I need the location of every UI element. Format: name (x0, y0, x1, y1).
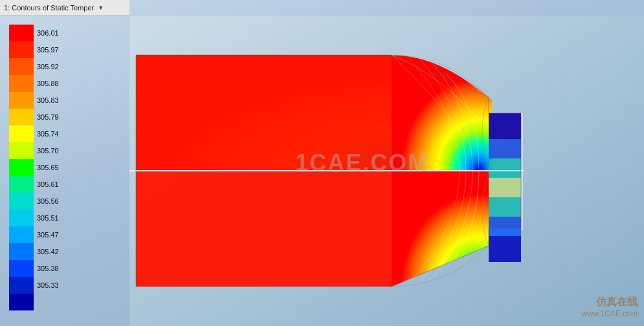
legend-item: 305.33 (9, 277, 59, 294)
legend-value-label: 305.51 (37, 214, 59, 222)
svg-rect-13 (489, 158, 521, 178)
legend-item: 305.51 (9, 210, 59, 226)
svg-rect-4 (136, 55, 392, 170)
title-text: 1: Contours of Static Temper (4, 4, 94, 12)
legend-value-label: 305.83 (37, 96, 59, 104)
legend-item: 305.70 (9, 142, 59, 159)
legend-value-label: 305.38 (37, 265, 59, 272)
title-bar[interactable]: 1: Contours of Static Temper ▼ (0, 0, 129, 16)
legend-item: 305.61 (9, 176, 59, 193)
legend-item: 305.74 (9, 125, 59, 142)
legend-item: 305.65 (9, 159, 59, 176)
svg-rect-6 (136, 171, 392, 287)
legend-item: 305.56 (9, 193, 59, 210)
svg-rect-10 (489, 236, 521, 262)
legend-color-swatch (9, 142, 34, 159)
legend-item: 305.47 (9, 226, 59, 243)
legend-color-swatch (9, 243, 34, 260)
legend-item: 305.42 (9, 243, 59, 260)
svg-rect-12 (489, 217, 521, 236)
legend-item: 305.92 (9, 58, 59, 75)
legend-value-label: 305.79 (37, 113, 59, 121)
legend-value-label: 305.56 (37, 197, 59, 205)
legend-item (9, 294, 59, 310)
main-container: 1: Contours of Static Temper ▼ 306.01305… (0, 0, 644, 326)
legend-color-swatch (9, 176, 34, 193)
legend: 306.01305.97305.92305.88305.83305.79305.… (9, 25, 59, 310)
legend-color-swatch (9, 58, 34, 75)
legend-color-swatch (9, 277, 34, 294)
legend-item: 305.79 (9, 109, 59, 125)
legend-item: 306.01 (9, 25, 59, 41)
legend-color-swatch (9, 210, 34, 226)
legend-value-label: 305.42 (37, 248, 59, 255)
legend-value-label: 305.92 (37, 63, 59, 71)
legend-value-label: 305.47 (37, 231, 59, 239)
svg-rect-11 (489, 139, 521, 158)
legend-color-swatch (9, 25, 34, 41)
legend-value-label: 305.33 (37, 281, 59, 289)
legend-item: 305.88 (9, 75, 59, 92)
legend-value-label: 306.01 (37, 29, 59, 37)
legend-value-label: 305.88 (37, 80, 59, 87)
legend-color-swatch (9, 92, 34, 109)
legend-color-swatch (9, 125, 34, 142)
legend-color-swatch (9, 260, 34, 277)
legend-item: 305.97 (9, 41, 59, 58)
legend-value-label: 305.74 (37, 130, 59, 138)
svg-rect-15 (489, 178, 521, 197)
contour-visualization (129, 16, 644, 326)
svg-rect-14 (489, 197, 521, 217)
dropdown-arrow-icon[interactable]: ▼ (98, 5, 104, 11)
legend-color-swatch (9, 159, 34, 176)
legend-color-swatch (9, 193, 34, 210)
legend-color-swatch (9, 226, 34, 243)
legend-color-swatch (9, 41, 34, 58)
legend-color-swatch (9, 75, 34, 92)
viz-area (129, 16, 644, 326)
legend-value-label: 305.70 (37, 147, 59, 155)
legend-value-label: 305.65 (37, 164, 59, 171)
legend-value-label: 305.61 (37, 180, 59, 188)
legend-item: 305.83 (9, 92, 59, 109)
legend-color-swatch (9, 294, 34, 310)
legend-color-swatch (9, 109, 34, 125)
legend-value-label: 305.97 (37, 46, 59, 54)
svg-rect-9 (489, 113, 521, 139)
legend-item: 305.38 (9, 260, 59, 277)
